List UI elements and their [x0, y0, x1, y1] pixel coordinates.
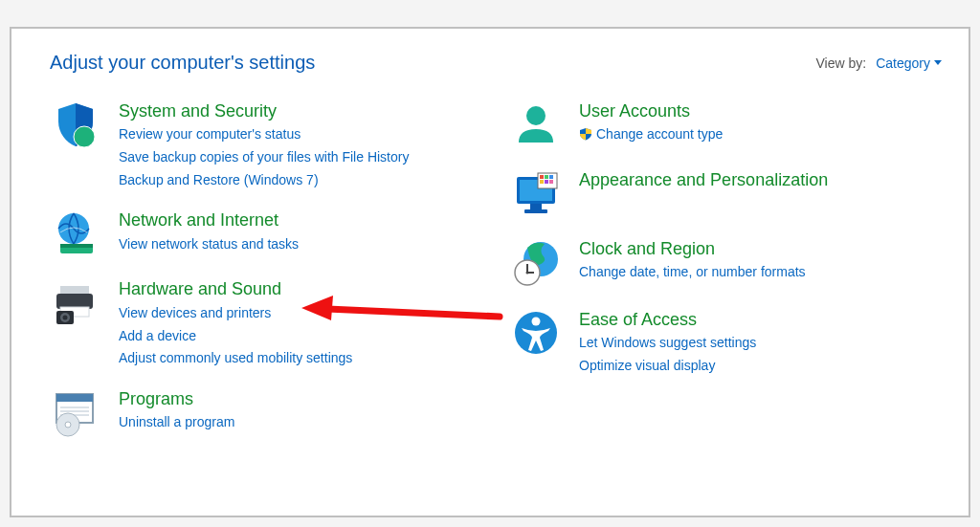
svg-rect-24 — [540, 175, 544, 179]
category-title-link[interactable]: User Accounts — [579, 100, 723, 122]
uac-shield-icon — [579, 126, 592, 147]
category-system-and-security: System and Security Review your computer… — [50, 100, 481, 190]
category-title-link[interactable]: Network and Internet — [119, 209, 299, 231]
category-title-link[interactable]: System and Security — [119, 100, 409, 122]
chevron-down-icon — [934, 60, 942, 65]
category-ease-of-access: Ease of Access Let Windows suggest setti… — [510, 309, 942, 377]
category-user-accounts: User Accounts Change account type — [510, 100, 942, 150]
svg-point-18 — [526, 106, 546, 125]
svg-rect-26 — [549, 175, 553, 179]
viewby-label: View by: — [816, 55, 867, 71]
category-title-link[interactable]: Ease of Access — [579, 309, 756, 331]
link-backup-restore-win7[interactable]: Backup and Restore (Windows 7) — [119, 170, 409, 191]
page-title: Adjust your computer's settings — [50, 52, 315, 74]
category-title-link[interactable]: Programs — [119, 388, 234, 410]
svg-point-36 — [532, 318, 541, 326]
category-hardware-and-sound: Hardware and Sound View devices and prin… — [50, 278, 481, 368]
category-body: User Accounts Change account type — [579, 100, 723, 150]
svg-rect-29 — [549, 180, 553, 184]
link-view-devices-printers[interactable]: View devices and printers — [119, 303, 352, 324]
link-review-computer-status[interactable]: Review your computer's status — [119, 124, 409, 145]
category-programs: Programs Uninstall a program — [50, 388, 481, 438]
right-column: User Accounts Change account type — [510, 100, 942, 457]
svg-rect-25 — [545, 175, 548, 179]
category-body: Network and Internet View network status… — [119, 209, 299, 259]
svg-point-17 — [65, 422, 71, 428]
link-text: Change account type — [596, 126, 723, 142]
category-network-and-internet: Network and Internet View network status… — [50, 209, 481, 259]
ease-of-access-icon — [510, 309, 562, 377]
link-add-a-device[interactable]: Add a device — [119, 326, 352, 347]
category-body: Hardware and Sound View devices and prin… — [119, 278, 352, 368]
link-view-network-status[interactable]: View network status and tasks — [119, 234, 299, 255]
category-title-link[interactable]: Hardware and Sound — [119, 278, 352, 300]
category-body: System and Security Review your computer… — [119, 100, 409, 190]
link-change-date-time-formats[interactable]: Change date, time, or number formats — [579, 262, 806, 283]
svg-rect-4 — [60, 244, 93, 248]
link-let-windows-suggest-settings[interactable]: Let Windows suggest settings — [579, 333, 756, 354]
header-row: Adjust your computer's settings View by:… — [50, 52, 942, 74]
link-save-backup-file-history[interactable]: Save backup copies of your files with Fi… — [119, 147, 409, 168]
svg-rect-28 — [545, 180, 548, 184]
link-change-account-type[interactable]: Change account type — [579, 124, 723, 147]
svg-point-34 — [526, 272, 529, 274]
category-clock-and-region: Clock and Region Change date, time, or n… — [510, 238, 942, 290]
svg-rect-27 — [540, 180, 544, 184]
viewby-value-text: Category — [876, 55, 930, 71]
svg-point-10 — [63, 316, 68, 320]
category-title-link[interactable]: Clock and Region — [579, 238, 806, 260]
category-body: Appearance and Personalization — [579, 169, 828, 219]
control-panel-window: Adjust your computer's settings View by:… — [10, 27, 970, 517]
svg-rect-22 — [524, 209, 547, 213]
viewby-dropdown[interactable]: Category — [876, 55, 942, 71]
user-accounts-icon — [510, 100, 562, 150]
svg-rect-21 — [530, 204, 542, 209]
shield-security-icon — [50, 100, 101, 190]
printer-hardware-icon — [50, 278, 101, 368]
svg-rect-12 — [56, 394, 93, 402]
category-body: Clock and Region Change date, time, or n… — [579, 238, 806, 290]
category-body: Ease of Access Let Windows suggest setti… — [579, 309, 756, 377]
category-appearance-and-personalization: Appearance and Personalization — [510, 169, 942, 219]
category-body: Programs Uninstall a program — [119, 388, 234, 438]
link-uninstall-a-program[interactable]: Uninstall a program — [119, 412, 234, 433]
clock-region-icon — [510, 238, 562, 290]
columns: System and Security Review your computer… — [50, 100, 942, 457]
globe-network-icon — [50, 209, 101, 259]
left-column: System and Security Review your computer… — [50, 100, 481, 457]
link-optimize-visual-display[interactable]: Optimize visual display — [579, 356, 756, 377]
link-adjust-mobility-settings[interactable]: Adjust commonly used mobility settings — [119, 348, 352, 369]
programs-disc-icon — [50, 388, 101, 438]
viewby-group: View by: Category — [816, 55, 942, 71]
category-title-link[interactable]: Appearance and Personalization — [579, 169, 828, 191]
personalization-monitor-icon — [510, 169, 562, 219]
